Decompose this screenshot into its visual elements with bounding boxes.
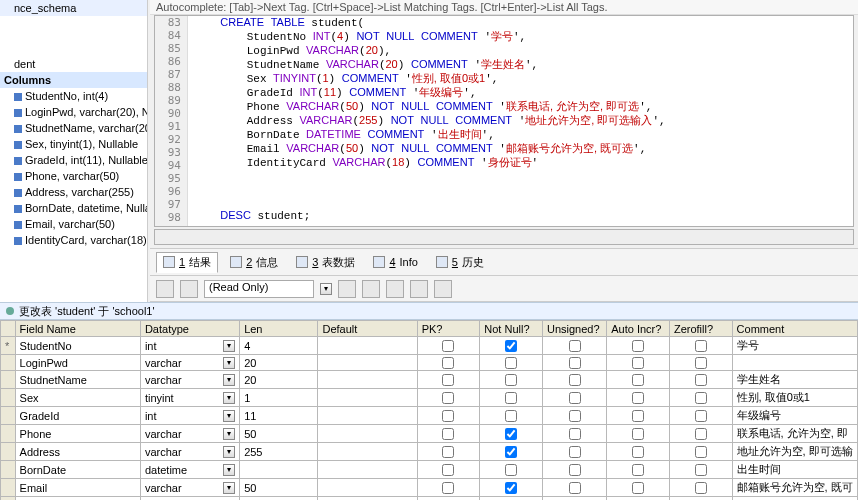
table-node[interactable]: dent [0, 56, 147, 72]
len-cell[interactable]: 20 [240, 371, 318, 389]
table-row[interactable]: IdentityCardvarchar▾18身份证号 [1, 497, 858, 501]
grid-checkbox[interactable] [569, 410, 581, 422]
dropdown-icon[interactable]: ▾ [223, 446, 235, 458]
table-row[interactable]: StudnetNamevarchar▾20学生姓名 [1, 371, 858, 389]
grid-checkbox[interactable] [505, 392, 517, 404]
field-name-cell[interactable]: GradeId [15, 407, 140, 425]
grid-checkbox[interactable] [569, 357, 581, 369]
grid-checkbox[interactable] [695, 340, 707, 352]
grid-checkbox[interactable] [695, 392, 707, 404]
dropdown-icon[interactable]: ▾ [223, 428, 235, 440]
field-name-cell[interactable]: StudentNo [15, 337, 140, 355]
grid-checkbox[interactable] [695, 410, 707, 422]
datatype-cell[interactable]: tinyint▾ [140, 389, 239, 407]
grid-checkbox[interactable] [442, 410, 454, 422]
grid-header[interactable]: Unsigned? [542, 321, 606, 337]
column-item[interactable]: BornDate, datetime, Nulla [0, 200, 147, 216]
grid-header[interactable]: Len [240, 321, 318, 337]
grid-header[interactable]: Comment [732, 321, 857, 337]
grid-checkbox[interactable] [632, 410, 644, 422]
tool-btn-3[interactable] [338, 280, 356, 298]
grid-checkbox[interactable] [442, 374, 454, 386]
cell-text[interactable]: varchar [145, 446, 182, 458]
grid-checkbox[interactable] [442, 482, 454, 494]
grid-checkbox[interactable] [442, 392, 454, 404]
table-row[interactable]: Phonevarchar▾50联系电话, 允许为空, 即 [1, 425, 858, 443]
code-area[interactable]: CREATE TABLE student( StudentNo INT(4) N… [188, 16, 672, 226]
table-row[interactable]: Sextinyint▾1性别, 取值0或1 [1, 389, 858, 407]
grid-checkbox[interactable] [505, 446, 517, 458]
tool-btn-5[interactable] [386, 280, 404, 298]
columns-header[interactable]: Columns [0, 72, 147, 88]
grid-checkbox[interactable] [695, 482, 707, 494]
cell-text[interactable]: varchar [145, 374, 182, 386]
grid-checkbox[interactable] [505, 410, 517, 422]
grid-header[interactable]: PK? [417, 321, 480, 337]
tab-信息[interactable]: 2 信息 [224, 252, 284, 273]
len-cell[interactable]: 4 [240, 337, 318, 355]
field-name-cell[interactable]: Sex [15, 389, 140, 407]
grid-checkbox[interactable] [505, 464, 517, 476]
comment-cell[interactable]: 性别, 取值0或1 [732, 389, 857, 407]
len-cell[interactable]: 18 [240, 497, 318, 501]
tab-结果[interactable]: 1 结果 [156, 252, 218, 273]
grid-header[interactable]: Field Name [15, 321, 140, 337]
grid-checkbox[interactable] [505, 340, 517, 352]
len-cell[interactable] [240, 461, 318, 479]
field-name-cell[interactable]: Address [15, 443, 140, 461]
object-browser[interactable]: nce_schema dent Columns StudentNo, int(4… [0, 0, 148, 305]
tool-btn-4[interactable] [362, 280, 380, 298]
dropdown-icon[interactable]: ▾ [223, 357, 235, 369]
grid-checkbox[interactable] [632, 428, 644, 440]
table-row[interactable]: Emailvarchar▾50邮箱账号允许为空, 既可 [1, 479, 858, 497]
grid-checkbox[interactable] [442, 446, 454, 458]
len-cell[interactable]: 50 [240, 425, 318, 443]
len-cell[interactable]: 1 [240, 389, 318, 407]
column-item[interactable]: StudnetName, varchar(20) [0, 120, 147, 136]
grid-header[interactable]: Default [318, 321, 417, 337]
schema-node[interactable]: nce_schema [0, 0, 147, 16]
column-item[interactable]: GradeId, int(11), Nullable [0, 152, 147, 168]
readonly-dropdown-icon[interactable]: ▾ [320, 283, 332, 295]
default-cell[interactable] [318, 355, 417, 371]
datatype-cell[interactable]: int▾ [140, 407, 239, 425]
column-item[interactable]: Address, varchar(255) [0, 184, 147, 200]
column-item[interactable]: Phone, varchar(50) [0, 168, 147, 184]
column-item[interactable]: StudentNo, int(4) [0, 88, 147, 104]
default-cell[interactable] [318, 337, 417, 355]
grid-header[interactable]: Zerofill? [669, 321, 732, 337]
grid-checkbox[interactable] [569, 428, 581, 440]
field-name-cell[interactable]: IdentityCard [15, 497, 140, 501]
cell-text[interactable]: int [145, 340, 157, 352]
datatype-cell[interactable]: int▾ [140, 337, 239, 355]
default-cell[interactable] [318, 461, 417, 479]
grid-checkbox[interactable] [442, 340, 454, 352]
len-cell[interactable]: 11 [240, 407, 318, 425]
comment-cell[interactable]: 年级编号 [732, 407, 857, 425]
default-cell[interactable] [318, 497, 417, 501]
comment-cell[interactable]: 学生姓名 [732, 371, 857, 389]
readonly-select[interactable]: (Read Only) [204, 280, 314, 298]
field-name-cell[interactable]: Phone [15, 425, 140, 443]
field-name-cell[interactable]: StudnetName [15, 371, 140, 389]
cell-text[interactable]: datetime [145, 464, 187, 476]
grid-checkbox[interactable] [442, 428, 454, 440]
dropdown-icon[interactable]: ▾ [223, 482, 235, 494]
cell-text[interactable]: varchar [145, 482, 182, 494]
tool-btn-2[interactable] [180, 280, 198, 298]
grid-checkbox[interactable] [505, 482, 517, 494]
alter-table-grid[interactable]: Field NameDatatypeLenDefaultPK?Not Null?… [0, 320, 858, 500]
grid-checkbox[interactable] [632, 374, 644, 386]
grid-checkbox[interactable] [505, 428, 517, 440]
comment-cell[interactable]: 出生时间 [732, 461, 857, 479]
grid-checkbox[interactable] [569, 464, 581, 476]
datatype-cell[interactable]: varchar▾ [140, 443, 239, 461]
comment-cell[interactable]: 邮箱账号允许为空, 既可 [732, 479, 857, 497]
tab-历史[interactable]: 5 历史 [430, 252, 490, 273]
tool-btn-7[interactable] [434, 280, 452, 298]
column-item[interactable]: LoginPwd, varchar(20), Nu [0, 104, 147, 120]
grid-checkbox[interactable] [695, 464, 707, 476]
grid-checkbox[interactable] [695, 446, 707, 458]
tab-表数据[interactable]: 3 表数据 [290, 252, 361, 273]
len-cell[interactable]: 20 [240, 355, 318, 371]
